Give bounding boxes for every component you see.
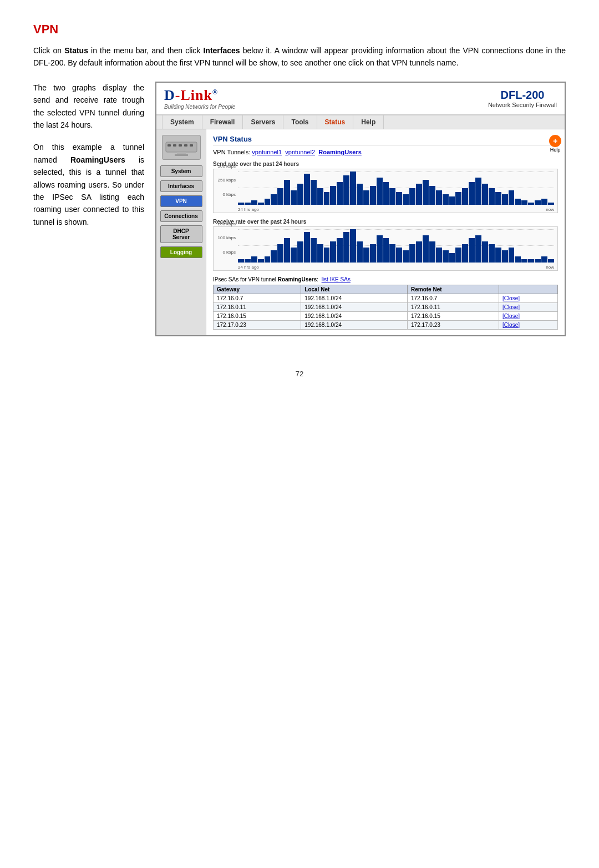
list-ike-link[interactable]: list IKE SAs (322, 276, 351, 282)
cell-close[interactable]: [Close] (499, 294, 557, 302)
bar (416, 241, 422, 263)
send-chart-label: Send rate over the past 24 hours (213, 161, 558, 167)
cell-local-net: 192.168.1.0/24 (301, 320, 408, 329)
send-chart-section: Send rate over the past 24 hours 500 kbp… (213, 161, 558, 213)
cell-remote-net: 172.17.0.23 (408, 320, 499, 329)
bar (535, 200, 541, 205)
bar (541, 256, 547, 263)
help-circle-icon[interactable]: + (549, 135, 561, 147)
bar (502, 250, 508, 263)
device-icon (162, 135, 201, 160)
bar (370, 244, 376, 263)
receive-chart: 200 kbps 100 kbps 0 kbps 24 hrs ago (213, 226, 558, 271)
bar (337, 182, 343, 205)
bar (265, 256, 271, 263)
ipsec-rows: 172.16.0.7 192.168.1.0/24 172.16.0.7 [Cl… (214, 294, 558, 329)
bar (389, 188, 395, 205)
bar (330, 241, 336, 263)
send-bars (238, 171, 554, 205)
bar (277, 244, 283, 263)
nav-servers[interactable]: Servers (243, 115, 283, 129)
cell-close[interactable]: [Close] (499, 311, 557, 320)
nav-bar: System Firewall Servers Tools Status Hel… (156, 115, 565, 129)
nav-tools[interactable]: Tools (283, 115, 317, 129)
cell-local-net: 192.168.1.0/24 (301, 311, 408, 320)
main-panel: VPN Status VPN Tunnels: vpntunnel1 vpntu… (206, 129, 565, 335)
close-link[interactable]: [Close] (502, 322, 520, 328)
intro-paragraph: Click on Status in the menu bar, and the… (33, 44, 566, 69)
bar (377, 235, 383, 263)
tunnel-link-roaming[interactable]: RoamingUsers (318, 149, 362, 155)
close-link[interactable]: [Close] (502, 313, 520, 319)
bar (291, 190, 297, 205)
svg-rect-0 (166, 142, 197, 152)
bar (271, 194, 277, 205)
bar (330, 186, 336, 205)
cell-close[interactable]: [Close] (499, 320, 557, 329)
bar (489, 188, 495, 205)
bar (245, 259, 251, 262)
bar (423, 180, 429, 205)
bar (403, 250, 409, 263)
bar (475, 178, 481, 205)
bar (482, 241, 488, 263)
nav-status[interactable]: Status (317, 115, 354, 129)
cell-close[interactable]: [Close] (499, 302, 557, 311)
close-link[interactable]: [Close] (502, 295, 520, 301)
bar (383, 238, 389, 263)
sidebar-interfaces[interactable]: Interfaces (160, 180, 202, 192)
bar (324, 248, 330, 263)
bar (423, 235, 429, 263)
nav-firewall[interactable]: Firewall (202, 115, 243, 129)
bar (469, 238, 475, 263)
tunnel-link-2[interactable]: vpntunnel2 (285, 149, 315, 155)
bar (443, 250, 449, 263)
send-x-axis: 24 hrs ago now (238, 207, 554, 212)
bar (363, 248, 369, 263)
dlink-model: DFL-200 Network Security Firewall (488, 89, 557, 108)
sidebar-system[interactable]: System (160, 165, 202, 177)
table-row: 172.16.0.15 192.168.1.0/24 172.16.0.15 [… (214, 311, 558, 320)
sidebar: System Interfaces VPN Connections DHCP S… (156, 129, 206, 335)
bar (429, 241, 435, 263)
cell-gateway: 172.16.0.11 (214, 302, 301, 311)
sidebar-vpn[interactable]: VPN (160, 195, 202, 207)
sidebar-connections[interactable]: Connections (160, 210, 202, 222)
bar (462, 188, 468, 205)
close-link[interactable]: [Close] (502, 304, 520, 310)
router-screenshot: D-Link® Building Networks for People DFL… (155, 82, 566, 336)
sidebar-logging[interactable]: Logging (160, 246, 202, 258)
cell-local-net: 192.168.1.0/24 (301, 294, 408, 302)
bar (449, 253, 455, 262)
cell-gateway: 172.17.0.23 (214, 320, 301, 329)
nav-help[interactable]: Help (353, 115, 384, 129)
bar (389, 244, 395, 263)
bar (436, 248, 442, 263)
bar (521, 200, 527, 205)
bar (502, 194, 508, 205)
bar (311, 238, 317, 263)
bar (462, 244, 468, 263)
tunnel-link-1[interactable]: vpntunnel1 (252, 149, 282, 155)
bar (455, 248, 461, 263)
nav-system[interactable]: System (162, 115, 202, 129)
sidebar-dhcp[interactable]: DHCP Server (160, 225, 202, 243)
left-para-1: The two graphs display the send and rece… (33, 82, 144, 132)
table-row: 172.16.0.11 192.168.1.0/24 172.16.0.11 [… (214, 302, 558, 311)
bar (370, 186, 376, 205)
bar (304, 174, 310, 205)
cell-remote-net: 172.16.0.7 (408, 294, 499, 302)
bar (284, 180, 290, 205)
help-button-area[interactable]: + Help (549, 135, 561, 153)
bar (251, 200, 257, 205)
bar (475, 235, 481, 263)
bar (297, 184, 303, 205)
receive-y-axis: 200 kbps 100 kbps 0 kbps (214, 219, 237, 263)
bar (509, 248, 515, 263)
col-gateway: Gateway (214, 285, 301, 294)
bar (541, 199, 547, 205)
page-number: 72 (33, 370, 566, 378)
bar (377, 178, 383, 205)
bar (449, 196, 455, 205)
table-row: 172.17.0.23 192.168.1.0/24 172.17.0.23 [… (214, 320, 558, 329)
